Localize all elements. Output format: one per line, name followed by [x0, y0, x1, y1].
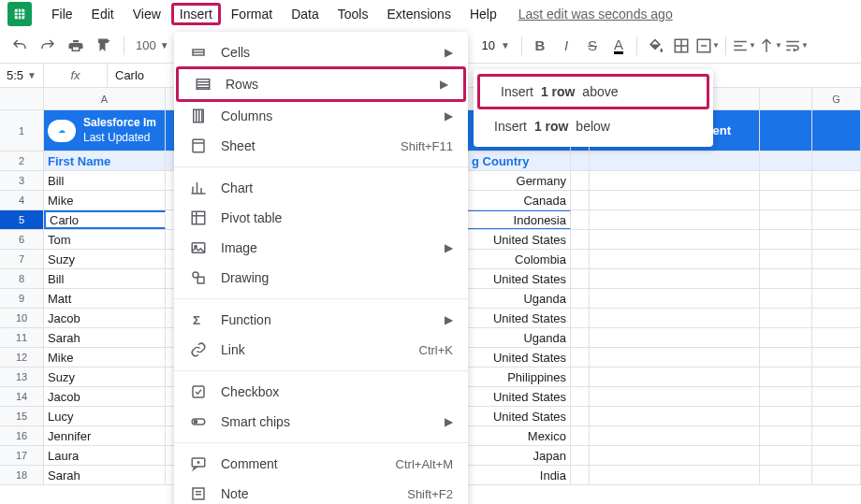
cell[interactable]	[760, 250, 812, 268]
menu-help[interactable]: Help	[461, 3, 505, 25]
undo-icon[interactable]	[7, 34, 32, 58]
cell[interactable]	[571, 407, 590, 425]
cell[interactable]: United States	[468, 387, 571, 406]
cell[interactable]	[760, 309, 812, 327]
cell[interactable]	[812, 210, 861, 229]
cell[interactable]: United States	[468, 348, 571, 367]
cell[interactable]: Canada	[468, 191, 571, 209]
row-header[interactable]: 2	[0, 151, 44, 170]
row-header[interactable]: 7	[0, 250, 44, 268]
horizontal-align-icon[interactable]: ▼	[732, 34, 756, 58]
cell[interactable]	[812, 110, 861, 151]
row-header[interactable]: 3	[0, 171, 44, 190]
menu-item-sheet[interactable]: SheetShift+F11	[174, 131, 468, 161]
print-icon[interactable]	[64, 34, 88, 58]
cell[interactable]: United States	[468, 269, 571, 288]
header-cell[interactable]: First Name	[44, 151, 166, 170]
rows-submenu[interactable]: Insert 1 row aboveInsert 1 row below	[474, 69, 713, 147]
row-header[interactable]: 1	[0, 110, 44, 151]
cell[interactable]	[812, 230, 861, 249]
cell[interactable]	[760, 387, 812, 406]
cell[interactable]	[590, 387, 760, 406]
cell[interactable]: Jacob	[44, 309, 166, 327]
cell[interactable]	[812, 426, 861, 445]
cell[interactable]	[571, 348, 590, 367]
banner-cell[interactable]: ☁ Salesforce ImLast Updated	[44, 110, 166, 151]
menu-item-drawing[interactable]: Drawing	[174, 263, 468, 293]
cell[interactable]	[812, 328, 861, 347]
cell[interactable]: Suzy	[44, 367, 166, 386]
row-header[interactable]: 9	[0, 289, 44, 308]
cell[interactable]	[760, 269, 812, 288]
cell[interactable]	[812, 348, 861, 367]
cell[interactable]: Jennifer	[44, 426, 166, 445]
cell[interactable]	[760, 367, 812, 386]
cell[interactable]: Philippines	[468, 367, 571, 386]
cell[interactable]	[571, 367, 590, 386]
menu-item-function[interactable]: ΣFunction▶	[174, 305, 468, 335]
cell[interactable]	[812, 151, 861, 170]
cell[interactable]: Uganda	[468, 289, 571, 308]
name-box[interactable]: 5:5▼	[0, 64, 44, 87]
cell[interactable]	[760, 426, 812, 445]
redo-icon[interactable]	[36, 34, 60, 58]
cell[interactable]: Suzy	[44, 250, 166, 268]
menu-item-link[interactable]: LinkCtrl+K	[174, 335, 468, 365]
cell[interactable]	[760, 348, 812, 367]
cell[interactable]	[571, 250, 590, 268]
bold-icon[interactable]: B	[528, 34, 552, 58]
text-wrap-icon[interactable]: ▼	[784, 34, 809, 58]
cell[interactable]: Indonesia	[468, 210, 571, 229]
cell[interactable]	[590, 289, 760, 308]
cell[interactable]	[760, 446, 812, 465]
cell[interactable]	[571, 426, 590, 445]
menu-data[interactable]: Data	[283, 3, 328, 25]
cell[interactable]	[571, 269, 590, 288]
cell[interactable]	[590, 191, 760, 209]
row-header[interactable]: 5	[0, 210, 44, 229]
cell[interactable]: Germany	[468, 171, 571, 190]
cell[interactable]	[590, 407, 760, 425]
cell[interactable]	[812, 309, 861, 327]
cell[interactable]: Laura	[44, 446, 166, 465]
font-size-selector[interactable]: 10▼	[476, 38, 516, 52]
cell[interactable]	[571, 466, 590, 484]
menu-edit[interactable]: Edit	[83, 3, 123, 25]
row-header[interactable]: 13	[0, 367, 44, 386]
cell[interactable]: United States	[468, 309, 571, 327]
cell[interactable]	[760, 289, 812, 308]
cell[interactable]	[590, 309, 760, 327]
cell[interactable]	[760, 171, 812, 190]
cell[interactable]: Jacob	[44, 387, 166, 406]
cell[interactable]	[812, 407, 861, 425]
column-header[interactable]	[760, 88, 812, 109]
cell[interactable]: Carlo	[44, 210, 166, 229]
cell[interactable]: Mike	[44, 348, 166, 367]
menu-item-pivot-table[interactable]: Pivot table	[174, 203, 468, 233]
menu-file[interactable]: File	[43, 3, 81, 25]
row-header[interactable]: 14	[0, 387, 44, 406]
menu-extensions[interactable]: Extensions	[378, 3, 459, 25]
cell[interactable]	[590, 348, 760, 367]
cell[interactable]: Bill	[44, 269, 166, 288]
strikethrough-icon[interactable]: S	[580, 34, 605, 58]
cell[interactable]	[812, 289, 861, 308]
cell[interactable]	[590, 250, 760, 268]
menu-tools[interactable]: Tools	[329, 3, 377, 25]
row-header[interactable]: 4	[0, 191, 44, 209]
text-color-icon[interactable]: A	[606, 34, 631, 58]
header-cell[interactable]: g Country	[468, 151, 571, 170]
row-header[interactable]: 12	[0, 348, 44, 367]
cell[interactable]	[760, 151, 812, 170]
cell[interactable]: Colombia	[468, 250, 571, 268]
menu-item-comment[interactable]: CommentCtrl+Alt+M	[174, 449, 468, 479]
cell[interactable]: Japan	[468, 446, 571, 465]
sheets-logo-icon[interactable]	[7, 2, 32, 26]
cell[interactable]: United States	[468, 230, 571, 249]
menu-item-columns[interactable]: Columns▶	[174, 101, 468, 131]
cell[interactable]	[760, 466, 812, 484]
row-header[interactable]: 6	[0, 230, 44, 249]
cell[interactable]: Lucy	[44, 407, 166, 425]
select-all-corner[interactable]	[0, 88, 44, 109]
cell[interactable]	[812, 446, 861, 465]
